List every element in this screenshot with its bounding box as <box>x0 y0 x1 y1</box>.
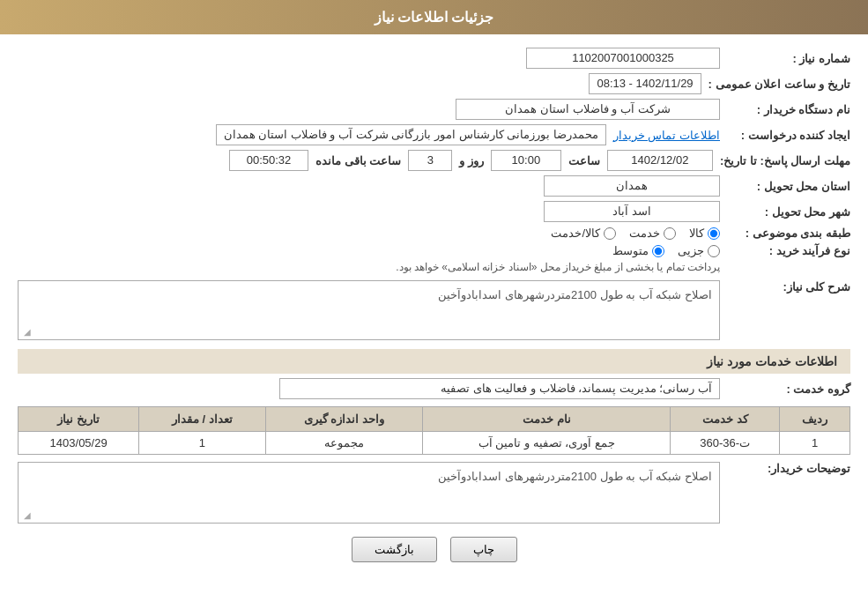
need-number-row: شماره نیاز : 1102007001000325 <box>18 48 850 69</box>
col-row-num: ردیف <box>780 407 850 432</box>
cell-date: 1403/05/29 <box>19 432 139 455</box>
col-date: تاریخ نیاز <box>19 407 139 432</box>
city-row: شهر محل تحویل : اسد آباد <box>18 201 850 222</box>
buyer-description-label: توضیحات خریدار: <box>727 462 850 475</box>
process-radio-group: جزیی متوسط <box>396 244 720 257</box>
category-label-kala-khedmat: کالا/خدمت <box>551 227 600 240</box>
service-group-row: گروه خدمت : آب رسانی؛ مدیریت پسماند، فاض… <box>18 378 850 399</box>
province-row: استان محل تحویل : همدان <box>18 175 850 197</box>
cell-service-name: جمع آوری، تصفیه و تامین آب <box>423 432 671 455</box>
need-description-row: شرح کلی نیاز: اصلاح شبکه آب به طول 2100م… <box>18 280 850 340</box>
buyer-description-row: توضیحات خریدار: اصلاح شبکه آب به طول 210… <box>18 462 850 524</box>
process-type-row: نوع فرآیند خرید : جزیی متوسط پرداخت تمام… <box>18 244 850 273</box>
buyer-org-row: نام دستگاه خریدار : شرکت آب و فاضلاب است… <box>18 99 850 120</box>
response-days: 3 <box>408 150 452 171</box>
service-group-value: آب رسانی؛ مدیریت پسماند، فاضلاب و فعالیت… <box>279 378 720 399</box>
button-row: چاپ بازگشت <box>18 537 850 562</box>
col-unit: واحد اندازه گیری <box>265 407 423 432</box>
category-radio-kala[interactable] <box>708 227 720 240</box>
response-remaining: 00:50:32 <box>229 150 308 171</box>
response-date: 1402/12/02 <box>607 150 713 171</box>
buyer-description-box: اصلاح شبکه آب به طول 2100متردرشهرهای اسد… <box>18 462 720 524</box>
need-description-box: اصلاح شبکه آب به طول 2100متردرشهرهای اسد… <box>18 280 720 340</box>
category-radio-khedmat[interactable] <box>664 227 676 240</box>
cell-service-code: ت-36-360 <box>671 432 780 455</box>
need-number-value: 1102007001000325 <box>526 48 720 69</box>
category-row: طبقه بندی موضوعی : کالا خدمت کالا/خدمت <box>18 227 850 240</box>
col-service-name: نام خدمت <box>423 407 671 432</box>
page-container: جزئیات اطلاعات نیاز شماره نیاز : 1102007… <box>0 0 868 609</box>
table-row: 1 ت-36-360 جمع آوری، تصفیه و تامین آب مج… <box>19 432 850 455</box>
response-time: 10:00 <box>491 150 561 171</box>
city-value: اسد آباد <box>544 201 720 222</box>
response-deadline-label: مهلت ارسال پاسخ: تا تاریخ: <box>720 154 850 167</box>
need-description-label: شرح کلی نیاز: <box>727 280 850 293</box>
province-value: همدان <box>544 175 720 197</box>
category-radio-group: کالا خدمت کالا/خدمت <box>551 227 720 240</box>
print-button[interactable]: چاپ <box>450 537 517 562</box>
cell-unit: مجموعه <box>265 432 423 455</box>
services-table: ردیف کد خدمت نام خدمت واحد اندازه گیری ت… <box>18 406 850 455</box>
cell-quantity: 1 <box>139 432 265 455</box>
services-section-header: اطلاعات خدمات مورد نیاز <box>18 349 850 374</box>
category-option-3: کالا/خدمت <box>551 227 616 240</box>
process-label-jozi: جزیی <box>678 244 704 257</box>
content-area: شماره نیاز : 1102007001000325 تاریخ و سا… <box>0 34 868 571</box>
requester-row: ایجاد کننده درخواست : اطلاعات تماس خریدا… <box>18 124 850 145</box>
process-option-2: متوسط <box>612 244 664 257</box>
announce-datetime-row: تاریخ و ساعت اعلان عمومی : 1402/11/29 - … <box>18 73 850 94</box>
announce-datetime-value: 1402/11/29 - 08:13 <box>589 73 701 94</box>
process-label: نوع فرآیند خرید : <box>727 244 850 257</box>
process-note: پرداخت تمام یا بخشی از مبلغ خریداز محل «… <box>396 261 720 273</box>
col-service-code: کد خدمت <box>671 407 780 432</box>
col-quantity: تعداد / مقدار <box>139 407 265 432</box>
process-radio-motavasset[interactable] <box>652 245 664 257</box>
services-section-label: اطلاعات خدمات مورد نیاز <box>707 354 837 368</box>
category-label: طبقه بندی موضوعی : <box>727 227 850 240</box>
process-label-motavasset: متوسط <box>612 244 649 257</box>
response-remaining-label: ساعت باقی مانده <box>315 154 401 167</box>
process-radio-jozi[interactable] <box>708 245 720 257</box>
category-label-kala: کالا <box>689 227 704 240</box>
announce-datetime-label: تاریخ و ساعت اعلان عمومی : <box>708 78 850 91</box>
need-number-label: شماره نیاز : <box>727 52 850 65</box>
category-radio-kala-khedmat[interactable] <box>604 227 616 240</box>
requester-label: ایجاد کننده درخواست : <box>727 129 850 142</box>
response-time-label: ساعت <box>568 154 600 167</box>
buyer-org-value: شرکت آب و فاضلاب استان همدان <box>456 99 720 120</box>
buyer-description-value: اصلاح شبکه آب به طول 2100متردرشهرهای اسد… <box>26 470 712 514</box>
response-days-label: روز و <box>459 154 484 167</box>
category-option-1: کالا <box>689 227 720 240</box>
need-description-container: اصلاح شبکه آب به طول 2100متردرشهرهای اسد… <box>18 280 720 340</box>
requester-value: محمدرضا بورزمانی کارشناس امور بازرگانی ش… <box>216 124 606 145</box>
resize-handle: ◢ <box>20 327 31 338</box>
category-option-2: خدمت <box>629 227 676 240</box>
header-title: جزئیات اطلاعات نیاز <box>375 10 494 25</box>
cell-row-num: 1 <box>780 432 850 455</box>
back-button[interactable]: بازگشت <box>352 537 437 562</box>
process-option-1: جزیی <box>678 244 720 257</box>
category-label-khedmat: خدمت <box>629 227 660 240</box>
contact-info-link[interactable]: اطلاعات تماس خریدار <box>613 129 720 142</box>
city-label: شهر محل تحویل : <box>727 205 850 219</box>
service-group-label: گروه خدمت : <box>727 382 850 396</box>
response-deadline-row: مهلت ارسال پاسخ: تا تاریخ: 1402/12/02 سا… <box>18 150 850 171</box>
province-label: استان محل تحویل : <box>727 180 850 193</box>
need-description-value: اصلاح شبکه آب به طول 2100متردرشهرهای اسد… <box>26 288 712 332</box>
page-header: جزئیات اطلاعات نیاز <box>0 0 868 34</box>
buyer-org-label: نام دستگاه خریدار : <box>727 103 850 116</box>
buyer-description-container: اصلاح شبکه آب به طول 2100متردرشهرهای اسد… <box>18 462 720 524</box>
resize-handle-2: ◢ <box>20 510 31 521</box>
